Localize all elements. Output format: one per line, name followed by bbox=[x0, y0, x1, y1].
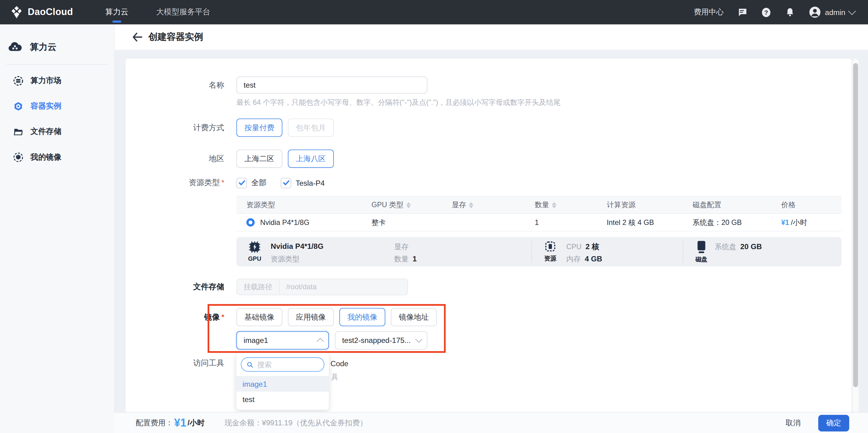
chevron-up-icon bbox=[317, 338, 324, 345]
name-label: 名称 bbox=[126, 80, 224, 90]
billing-label: 计费方式 bbox=[126, 122, 224, 133]
checkbox-all[interactable] bbox=[237, 177, 247, 188]
checkbox-tesla-p4[interactable] bbox=[281, 177, 291, 188]
image-tag-select[interactable]: test2-snapped-175... bbox=[335, 331, 428, 350]
image-row: 镜像* 基础镜像 应用镜像 我的镜像 镜像地址 bbox=[126, 308, 442, 326]
sort-icon[interactable] bbox=[469, 202, 473, 208]
sidebar-item-label: 算力市场 bbox=[30, 76, 61, 86]
scrollbar-thumb[interactable] bbox=[853, 63, 858, 387]
cell-resource-name: Nvidia P4*1/8G bbox=[260, 218, 310, 227]
page-header: 创建容器实例 bbox=[114, 25, 868, 50]
table-row: Nvidia P4*1/8G 整卡 1 Intel 2 核 4 GB 系统盘：2… bbox=[237, 214, 842, 232]
dropdown-search-box[interactable] bbox=[241, 357, 324, 372]
cancel-button[interactable]: 取消 bbox=[782, 417, 804, 428]
sidebar-item-container-instances[interactable]: 容器实例 bbox=[0, 93, 114, 119]
back-button[interactable] bbox=[132, 32, 143, 42]
cpu-icon-block: 资源 bbox=[542, 240, 559, 262]
balance-text: 现金余额：¥9911.19（优先从代金券扣费） bbox=[224, 418, 367, 428]
resource-type-row: 资源类型* 全部 Tesla-P4 bbox=[126, 176, 339, 190]
sidebar-item-market[interactable]: 算力市场 bbox=[0, 68, 114, 93]
dropdown-option-test[interactable]: test bbox=[237, 392, 329, 407]
sidebar-item-label: 文件存储 bbox=[30, 127, 61, 137]
sort-icon[interactable] bbox=[406, 202, 410, 208]
cpu-chip-icon bbox=[544, 240, 557, 253]
summary-sys-label: 系统盘 bbox=[715, 243, 736, 251]
summary-count-label: 数量 bbox=[394, 255, 409, 263]
billing-option-subscription[interactable]: 包年包月 bbox=[288, 119, 334, 137]
summary-divider bbox=[531, 241, 532, 262]
access-option-partial-text: Code bbox=[331, 355, 348, 372]
fee-unit: /小时 bbox=[187, 418, 205, 428]
brand-logo: DaoCloud bbox=[10, 5, 104, 19]
name-hint: 最长 64 个字符，只能包含小写字母、数字、分隔符("-")及点(".")，且必… bbox=[237, 97, 560, 108]
required-asterisk: * bbox=[221, 313, 224, 321]
active-tab-underline bbox=[113, 21, 121, 23]
dropdown-search-input[interactable] bbox=[256, 360, 318, 369]
confirm-button[interactable]: 确定 bbox=[818, 414, 849, 431]
folder-icon bbox=[13, 127, 23, 137]
form-card: 名称 最长 64 个字符，只能包含小写字母、数字、分隔符("-")及点(".")… bbox=[126, 59, 851, 413]
name-row: 名称 bbox=[126, 76, 427, 93]
mount-path-prefix: 挂载路径 bbox=[237, 279, 280, 294]
file-storage-label: 文件存储 bbox=[126, 282, 224, 292]
region-row: 地区 上海二区 上海八区 bbox=[126, 149, 339, 168]
summary-gpu-caption: 资源类型 bbox=[271, 254, 300, 264]
mount-path-input-group[interactable]: 挂载路径 /root/data bbox=[237, 278, 408, 295]
dropdown-option-image1[interactable]: image1 bbox=[237, 376, 329, 392]
name-input[interactable] bbox=[237, 76, 428, 93]
resource-table: 资源类型 GPU 类型 显存 数量 计算资源 磁盘配置 价格 Nvidia P4… bbox=[237, 196, 842, 232]
row-radio-selected[interactable] bbox=[246, 218, 254, 227]
billing-center-link[interactable]: 费用中心 bbox=[694, 7, 724, 17]
cell-count: 1 bbox=[533, 218, 604, 227]
disk-icon-block: 磁盘 bbox=[694, 240, 709, 263]
region-option-shanghai-8[interactable]: 上海八区 bbox=[288, 149, 334, 168]
notification-bell-icon[interactable] bbox=[785, 7, 795, 17]
billing-option-pay-as-you-go[interactable]: 按量付费 bbox=[237, 119, 282, 137]
disk-icon bbox=[697, 240, 706, 253]
summary-cpu-value: 2 核 bbox=[586, 243, 599, 251]
sort-icon[interactable] bbox=[552, 202, 556, 208]
navbar-right: 费用中心 ? admin bbox=[694, 6, 855, 19]
th-resource-type: 资源类型 bbox=[237, 200, 369, 210]
image-tab-base[interactable]: 基础镜像 bbox=[237, 308, 282, 326]
page-title: 创建容器实例 bbox=[148, 31, 203, 43]
summary-gpu-name: Nvidia P4*1/8G bbox=[271, 242, 323, 250]
image-tab-url[interactable]: 镜像地址 bbox=[391, 308, 437, 326]
nav-tab-label: 算力云 bbox=[105, 7, 128, 17]
image-tab-app[interactable]: 应用镜像 bbox=[288, 308, 334, 326]
user-menu[interactable]: admin bbox=[809, 6, 855, 19]
nav-tab-llm-platform[interactable]: 大模型服务平台 bbox=[155, 0, 211, 25]
checkbox-check-icon bbox=[238, 180, 245, 186]
resource-type-label: 资源类型* bbox=[126, 178, 224, 188]
th-compute: 计算资源 bbox=[604, 200, 690, 210]
th-disk: 磁盘配置 bbox=[690, 200, 779, 210]
image-name-select[interactable]: image1 bbox=[237, 331, 329, 350]
sidebar-item-my-images[interactable]: 我的镜像 bbox=[0, 145, 114, 170]
region-option-shanghai-2[interactable]: 上海二区 bbox=[237, 149, 282, 168]
chevron-down-icon bbox=[415, 336, 422, 343]
summary-ram-value: 4 GB bbox=[585, 255, 602, 263]
image-name-select-value: image1 bbox=[244, 336, 318, 344]
th-memory: 显存 bbox=[450, 200, 533, 210]
access-tools-row: 访问工具 bbox=[126, 355, 224, 372]
market-icon bbox=[13, 76, 23, 86]
scrollbar-track[interactable] bbox=[853, 59, 859, 413]
cell-price-amount: ¥1 bbox=[781, 218, 789, 227]
cell-price-unit: /小时 bbox=[791, 217, 807, 227]
sidebar-item-file-storage[interactable]: 文件存储 bbox=[0, 119, 114, 145]
nav-tab-compute-cloud[interactable]: 算力云 bbox=[104, 0, 129, 25]
image-selects-row: image1 test2-snapped-175... bbox=[126, 331, 427, 350]
image-tab-my-images[interactable]: 我的镜像 bbox=[339, 308, 385, 326]
selection-summary-card: GPU Nvidia P4*1/8G 资源类型 显存 数量 1 资源 CPU 2… bbox=[237, 237, 842, 267]
resource-badge: 资源 bbox=[542, 254, 559, 263]
cell-compute: Intel 2 核 4 GB bbox=[604, 217, 690, 227]
access-hint-partial-text: 具 bbox=[331, 372, 338, 382]
table-header-row: 资源类型 GPU 类型 显存 数量 计算资源 磁盘配置 价格 bbox=[237, 196, 842, 214]
checkbox-all-label: 全部 bbox=[251, 178, 267, 188]
gpu-chip-icon bbox=[248, 240, 261, 253]
sidebar-item-label: 容器实例 bbox=[30, 102, 61, 112]
required-asterisk: * bbox=[221, 178, 224, 186]
message-icon[interactable] bbox=[738, 7, 748, 17]
help-icon[interactable]: ? bbox=[762, 7, 772, 17]
checkbox-check-icon bbox=[283, 180, 289, 186]
